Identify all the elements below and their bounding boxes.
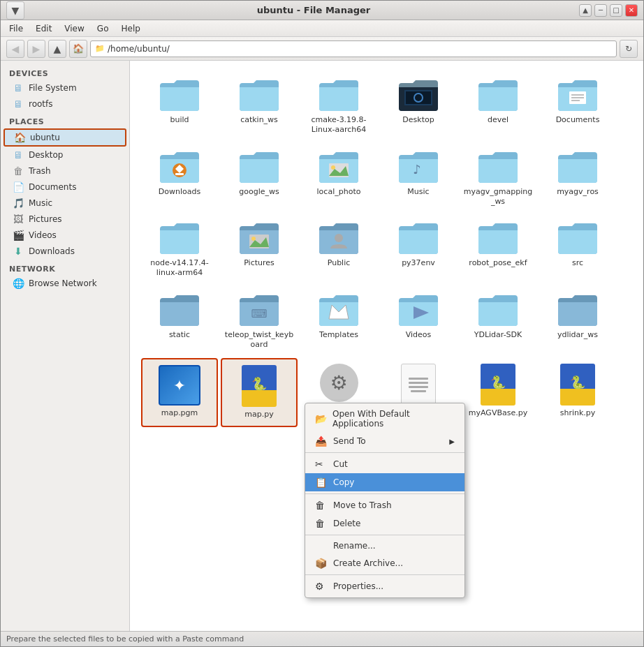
folder-icon-node <box>159 221 200 255</box>
forward-btn[interactable]: ▶ <box>27 40 45 58</box>
refresh-btn[interactable]: ↻ <box>620 40 638 58</box>
back-btn[interactable]: ◀ <box>6 40 24 58</box>
file-music[interactable]: ♪ Music <box>380 144 457 213</box>
scroll-up-btn[interactable]: ▲ <box>579 4 592 17</box>
svg-rect-10 <box>175 173 184 175</box>
file-myagv-gmapping[interactable]: myagv_gmapping_ws <box>460 144 536 213</box>
sidebar-item-pictures[interactable]: 🖼 Pictures <box>3 211 126 227</box>
archive-icon: 📦 <box>315 558 328 569</box>
py-file-icon-map: 🐍 <box>242 365 277 407</box>
folder-icon-py37 <box>397 221 439 255</box>
maximize-btn[interactable]: □ <box>610 4 622 17</box>
downloads-icon: ⬇ <box>12 246 24 257</box>
network-section-title: NETWORK <box>1 262 129 275</box>
file-build[interactable]: build <box>141 72 218 141</box>
sidebar-item-trash[interactable]: 🗑 Trash <box>3 163 126 179</box>
context-cut[interactable]: ✂ Cut <box>305 455 464 473</box>
folder-icon-ydlidar <box>477 292 519 327</box>
cut-icon: ✂ <box>315 459 328 470</box>
svg-point-18 <box>335 234 343 242</box>
context-menu: 📂 Open With Default Applications 📤 Send … <box>305 403 465 598</box>
pictures-icon: 🖼 <box>12 214 24 225</box>
send-to-arrow: ▶ <box>449 438 455 445</box>
places-section-title: PLACES <box>1 114 129 128</box>
file-map-pgm[interactable]: ✦ map.pgm <box>141 358 218 426</box>
up-btn[interactable]: ▲ <box>48 40 66 58</box>
file-area[interactable]: build catkin_ws cmake-3.19.8-Linux-aarch… <box>130 61 643 631</box>
file-ydlidar-ws[interactable]: ydlidar_ws <box>539 287 616 356</box>
sidebar-item-music[interactable]: 🎵 Music <box>3 195 126 211</box>
trash-label: Trash <box>29 166 51 176</box>
file-public[interactable]: Public <box>300 215 377 284</box>
file-robot-pose[interactable]: robot_pose_ekf <box>460 215 536 284</box>
folder-icon-src <box>557 221 599 255</box>
file-desktop[interactable]: Desktop <box>380 72 457 141</box>
file-shrink[interactable]: 🐍 shrink.py <box>539 358 616 426</box>
file-templates[interactable]: Templates <box>300 287 377 356</box>
sidebar-item-videos[interactable]: 🎬 Videos <box>3 228 126 243</box>
file-label-node: node-v14.17.4-linux-arm64 <box>145 258 214 278</box>
file-label-catkin: catkin_ws <box>240 115 278 125</box>
file-myagv-ros[interactable]: myagv_ros <box>539 144 616 213</box>
file-teleop[interactable]: ⌨ teleop_twist_keyboard <box>221 287 298 356</box>
context-rename[interactable]: Rename... <box>305 537 464 554</box>
context-open[interactable]: 📂 Open With Default Applications <box>305 406 464 432</box>
sidebar-item-downloads[interactable]: ⬇ Downloads <box>3 244 126 259</box>
file-google-ws[interactable]: google_ws <box>221 144 298 213</box>
file-local-photo[interactable]: local_photo <box>300 144 377 213</box>
titlebar-minimize-btn[interactable]: ▼ <box>6 1 24 20</box>
sidebar-item-documents[interactable]: 📄 Documents <box>3 179 126 195</box>
file-src[interactable]: src <box>539 215 616 284</box>
context-copy[interactable]: 📋 Copy <box>305 473 464 491</box>
file-label-myagvbase: myAGVBase.py <box>469 408 527 418</box>
ubuntu-home-icon: 🏠 <box>13 132 26 143</box>
context-move-trash[interactable]: 🗑 Move to Trash <box>305 496 464 514</box>
sidebar-item-ubuntu[interactable]: 🏠 ubuntu <box>3 128 126 147</box>
file-devel[interactable]: devel <box>460 72 536 141</box>
file-cmake[interactable]: cmake-3.19.8-Linux-aarch64 <box>300 72 377 141</box>
minimize-btn[interactable]: ─ <box>594 4 607 17</box>
file-py37env[interactable]: py37env <box>380 215 457 284</box>
context-send-to[interactable]: 📤 Send To ▶ <box>305 432 464 450</box>
file-catkin-ws[interactable]: catkin_ws <box>221 72 298 141</box>
sidebar-item-browse-network[interactable]: 🌐 Browse Network <box>3 276 126 291</box>
music-label: Music <box>29 198 52 208</box>
address-bar[interactable]: 📁 /home/ubuntu/ <box>90 40 617 57</box>
home-btn[interactable]: 🏠 <box>69 40 87 58</box>
context-delete[interactable]: 🗑 Delete <box>305 514 464 533</box>
file-pictures[interactable]: Pictures <box>221 215 298 284</box>
menu-edit[interactable]: Edit <box>30 22 57 35</box>
file-node[interactable]: node-v14.17.4-linux-arm64 <box>141 215 218 284</box>
videos-icon: 🎬 <box>12 230 24 241</box>
menu-view[interactable]: View <box>59 22 89 35</box>
gear-file-icon: ⚙ <box>320 364 358 402</box>
context-separator-3 <box>305 535 464 535</box>
file-label-shrink: shrink.py <box>560 408 596 418</box>
file-map-py[interactable]: 🐍 map.py <box>221 358 298 426</box>
context-properties[interactable]: ⚙ Properties... <box>305 577 464 595</box>
file-label-templates: Templates <box>319 330 358 340</box>
file-label-ydlidar-ws: ydlidar_ws <box>557 330 598 340</box>
file-manager-window: ▼ ubuntu - File Manager ▲ ─ □ ✕ File Edi… <box>0 0 644 647</box>
context-separator-2 <box>305 493 464 494</box>
file-videos[interactable]: Videos <box>380 287 457 356</box>
menu-go[interactable]: Go <box>92 22 115 35</box>
file-label-pictures: Pictures <box>244 258 275 268</box>
network-section: NETWORK 🌐 Browse Network <box>1 262 129 291</box>
file-label-google: google_ws <box>239 187 279 197</box>
menu-file[interactable]: File <box>3 22 29 35</box>
file-ydlidar-sdk[interactable]: YDLidar-SDK <box>460 287 536 356</box>
folder-icon-robot <box>477 221 519 255</box>
context-create-archive[interactable]: 📦 Create Archive... <box>305 554 464 572</box>
close-btn[interactable]: ✕ <box>625 4 638 17</box>
sidebar-item-desktop[interactable]: 🖥 Desktop <box>3 147 126 163</box>
file-myagvbase[interactable]: 🐍 myAGVBase.py <box>460 358 536 426</box>
file-documents[interactable]: Documents <box>539 72 616 141</box>
sidebar-item-filesystem[interactable]: 🖥 File System <box>3 80 126 96</box>
sidebar-item-rootfs[interactable]: 🖥 rootfs <box>3 96 126 112</box>
folder-icon-myagv-gmapping <box>477 149 519 184</box>
svg-text:♪: ♪ <box>413 162 421 177</box>
menu-help[interactable]: Help <box>115 22 145 35</box>
file-static[interactable]: static <box>141 287 218 356</box>
file-downloads-folder[interactable]: Downloads <box>141 144 218 213</box>
